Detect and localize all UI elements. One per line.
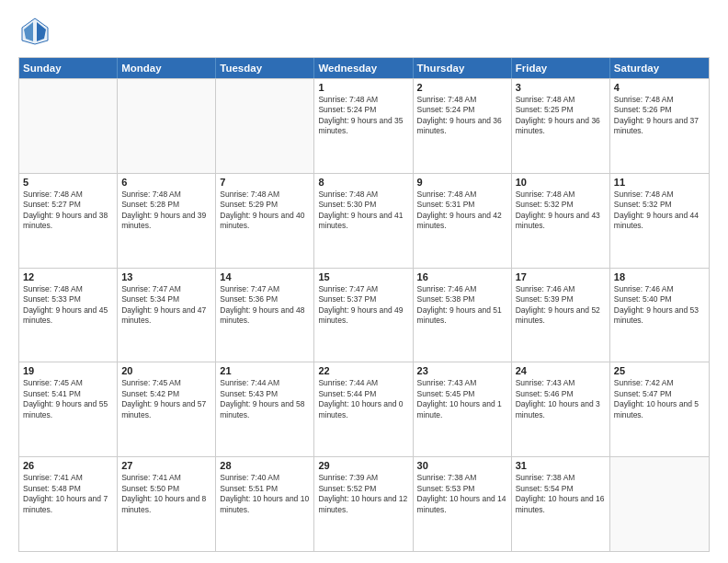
- day-cell-14: 14Sunrise: 7:47 AMSunset: 5:36 PMDayligh…: [216, 269, 314, 362]
- day-cell-2: 2Sunrise: 7:48 AMSunset: 5:24 PMDaylight…: [414, 79, 512, 173]
- day-info: Sunrise: 7:48 AMSunset: 5:25 PMDaylight:…: [516, 95, 606, 137]
- empty-cell-0-2: [216, 79, 314, 173]
- day-number: 25: [614, 365, 705, 376]
- day-number: 13: [121, 271, 211, 282]
- header: [18, 15, 710, 48]
- calendar-body: 1Sunrise: 7:48 AMSunset: 5:24 PMDaylight…: [19, 78, 709, 551]
- day-number: 2: [417, 82, 507, 93]
- header-day-sunday: Sunday: [19, 58, 118, 78]
- day-info: Sunrise: 7:48 AMSunset: 5:24 PMDaylight:…: [417, 95, 507, 137]
- day-number: 24: [516, 365, 606, 376]
- day-info: Sunrise: 7:38 AMSunset: 5:53 PMDaylight:…: [417, 473, 507, 515]
- day-cell-26: 26Sunrise: 7:41 AMSunset: 5:48 PMDayligh…: [19, 457, 118, 551]
- day-number: 21: [220, 365, 310, 376]
- day-info: Sunrise: 7:44 AMSunset: 5:44 PMDaylight:…: [318, 378, 408, 420]
- week-3: 12Sunrise: 7:48 AMSunset: 5:33 PMDayligh…: [19, 268, 709, 362]
- day-info: Sunrise: 7:48 AMSunset: 5:32 PMDaylight:…: [614, 190, 705, 232]
- day-number: 12: [23, 271, 113, 282]
- day-number: 30: [417, 460, 507, 471]
- day-cell-16: 16Sunrise: 7:46 AMSunset: 5:38 PMDayligh…: [414, 269, 512, 362]
- day-number: 5: [23, 177, 113, 188]
- day-info: Sunrise: 7:43 AMSunset: 5:45 PMDaylight:…: [417, 378, 507, 420]
- day-cell-4: 4Sunrise: 7:48 AMSunset: 5:26 PMDaylight…: [610, 79, 709, 173]
- day-info: Sunrise: 7:48 AMSunset: 5:33 PMDaylight:…: [23, 284, 113, 327]
- empty-cell-0-0: [19, 79, 118, 173]
- header-day-friday: Friday: [512, 58, 610, 78]
- day-cell-1: 1Sunrise: 7:48 AMSunset: 5:24 PMDaylight…: [314, 79, 413, 173]
- day-info: Sunrise: 7:48 AMSunset: 5:31 PMDaylight:…: [417, 190, 507, 232]
- day-info: Sunrise: 7:48 AMSunset: 5:26 PMDaylight:…: [614, 95, 705, 137]
- day-info: Sunrise: 7:46 AMSunset: 5:40 PMDaylight:…: [614, 284, 705, 327]
- day-info: Sunrise: 7:40 AMSunset: 5:51 PMDaylight:…: [220, 473, 310, 515]
- day-cell-21: 21Sunrise: 7:44 AMSunset: 5:43 PMDayligh…: [216, 362, 314, 456]
- day-cell-18: 18Sunrise: 7:46 AMSunset: 5:40 PMDayligh…: [610, 269, 709, 362]
- day-number: 14: [220, 271, 310, 282]
- day-cell-8: 8Sunrise: 7:48 AMSunset: 5:30 PMDaylight…: [314, 174, 413, 268]
- week-1: 1Sunrise: 7:48 AMSunset: 5:24 PMDaylight…: [19, 78, 709, 173]
- logo-icon: [18, 15, 51, 48]
- empty-cell-4-6: [610, 457, 709, 551]
- header-day-saturday: Saturday: [610, 58, 709, 78]
- day-info: Sunrise: 7:41 AMSunset: 5:50 PMDaylight:…: [121, 473, 211, 515]
- day-cell-20: 20Sunrise: 7:45 AMSunset: 5:42 PMDayligh…: [118, 362, 216, 456]
- day-number: 8: [318, 177, 408, 188]
- day-info: Sunrise: 7:48 AMSunset: 5:28 PMDaylight:…: [121, 190, 211, 232]
- day-number: 17: [516, 271, 606, 282]
- calendar: SundayMondayTuesdayWednesdayThursdayFrid…: [18, 57, 710, 552]
- day-number: 22: [318, 365, 408, 376]
- day-cell-9: 9Sunrise: 7:48 AMSunset: 5:31 PMDaylight…: [414, 174, 512, 268]
- day-number: 18: [614, 271, 705, 282]
- day-info: Sunrise: 7:44 AMSunset: 5:43 PMDaylight:…: [220, 378, 310, 420]
- day-info: Sunrise: 7:45 AMSunset: 5:41 PMDaylight:…: [23, 378, 113, 420]
- day-number: 19: [23, 365, 113, 376]
- day-cell-25: 25Sunrise: 7:42 AMSunset: 5:47 PMDayligh…: [610, 362, 709, 456]
- day-cell-24: 24Sunrise: 7:43 AMSunset: 5:46 PMDayligh…: [512, 362, 610, 456]
- day-number: 23: [417, 365, 507, 376]
- day-cell-31: 31Sunrise: 7:38 AMSunset: 5:54 PMDayligh…: [512, 457, 610, 551]
- day-number: 3: [516, 82, 606, 93]
- header-day-tuesday: Tuesday: [216, 58, 314, 78]
- week-2: 5Sunrise: 7:48 AMSunset: 5:27 PMDaylight…: [19, 173, 709, 268]
- day-number: 20: [121, 365, 211, 376]
- day-number: 26: [23, 460, 113, 471]
- calendar-header: SundayMondayTuesdayWednesdayThursdayFrid…: [19, 58, 709, 78]
- day-number: 29: [318, 460, 408, 471]
- day-number: 4: [614, 82, 705, 93]
- day-number: 16: [417, 271, 507, 282]
- day-info: Sunrise: 7:42 AMSunset: 5:47 PMDaylight:…: [614, 378, 705, 420]
- day-info: Sunrise: 7:47 AMSunset: 5:34 PMDaylight:…: [121, 284, 211, 327]
- day-number: 1: [318, 82, 408, 93]
- day-info: Sunrise: 7:48 AMSunset: 5:30 PMDaylight:…: [318, 190, 408, 232]
- day-info: Sunrise: 7:47 AMSunset: 5:37 PMDaylight:…: [318, 284, 408, 327]
- day-info: Sunrise: 7:48 AMSunset: 5:27 PMDaylight:…: [23, 190, 113, 232]
- day-number: 27: [121, 460, 211, 471]
- day-cell-6: 6Sunrise: 7:48 AMSunset: 5:28 PMDaylight…: [118, 174, 216, 268]
- day-info: Sunrise: 7:48 AMSunset: 5:29 PMDaylight:…: [220, 190, 310, 232]
- day-number: 15: [318, 271, 408, 282]
- day-info: Sunrise: 7:41 AMSunset: 5:48 PMDaylight:…: [23, 473, 113, 515]
- day-info: Sunrise: 7:48 AMSunset: 5:32 PMDaylight:…: [516, 190, 606, 232]
- day-cell-28: 28Sunrise: 7:40 AMSunset: 5:51 PMDayligh…: [216, 457, 314, 551]
- day-cell-22: 22Sunrise: 7:44 AMSunset: 5:44 PMDayligh…: [314, 362, 413, 456]
- day-cell-15: 15Sunrise: 7:47 AMSunset: 5:37 PMDayligh…: [314, 269, 413, 362]
- day-info: Sunrise: 7:48 AMSunset: 5:24 PMDaylight:…: [318, 95, 408, 137]
- week-5: 26Sunrise: 7:41 AMSunset: 5:48 PMDayligh…: [19, 456, 709, 551]
- day-number: 6: [121, 177, 211, 188]
- day-cell-3: 3Sunrise: 7:48 AMSunset: 5:25 PMDaylight…: [512, 79, 610, 173]
- header-day-wednesday: Wednesday: [314, 58, 413, 78]
- day-cell-19: 19Sunrise: 7:45 AMSunset: 5:41 PMDayligh…: [19, 362, 118, 456]
- day-number: 11: [614, 177, 705, 188]
- day-cell-13: 13Sunrise: 7:47 AMSunset: 5:34 PMDayligh…: [118, 269, 216, 362]
- day-cell-7: 7Sunrise: 7:48 AMSunset: 5:29 PMDaylight…: [216, 174, 314, 268]
- day-info: Sunrise: 7:46 AMSunset: 5:38 PMDaylight:…: [417, 284, 507, 327]
- day-cell-23: 23Sunrise: 7:43 AMSunset: 5:45 PMDayligh…: [414, 362, 512, 456]
- day-cell-12: 12Sunrise: 7:48 AMSunset: 5:33 PMDayligh…: [19, 269, 118, 362]
- day-number: 31: [516, 460, 606, 471]
- day-info: Sunrise: 7:43 AMSunset: 5:46 PMDaylight:…: [516, 378, 606, 420]
- day-cell-29: 29Sunrise: 7:39 AMSunset: 5:52 PMDayligh…: [314, 457, 413, 551]
- day-number: 9: [417, 177, 507, 188]
- day-info: Sunrise: 7:46 AMSunset: 5:39 PMDaylight:…: [516, 284, 606, 327]
- day-cell-10: 10Sunrise: 7:48 AMSunset: 5:32 PMDayligh…: [512, 174, 610, 268]
- day-info: Sunrise: 7:39 AMSunset: 5:52 PMDaylight:…: [318, 473, 408, 515]
- header-day-monday: Monday: [118, 58, 216, 78]
